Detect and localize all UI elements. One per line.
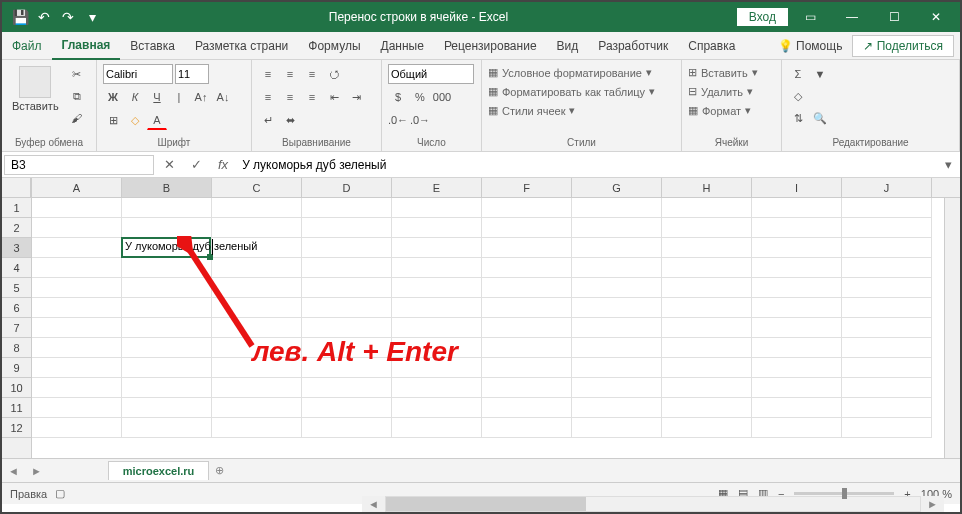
expand-formula-icon[interactable]: ▾ — [937, 157, 960, 172]
format-cells-button[interactable]: ▦ Формат ▾ — [688, 102, 758, 119]
row-header[interactable]: 12 — [2, 418, 31, 438]
tab-help[interactable]: Справка — [678, 33, 745, 59]
wrap-text-icon[interactable]: ↵ — [258, 110, 278, 130]
fx-icon[interactable]: fx — [210, 157, 236, 172]
grow-font-icon[interactable]: A↑ — [191, 87, 211, 107]
new-sheet-icon[interactable]: ⊕ — [209, 464, 230, 477]
conditional-formatting-button[interactable]: ▦ Условное форматирование ▾ — [488, 64, 655, 81]
col-header[interactable]: E — [392, 178, 482, 197]
cell-styles-button[interactable]: ▦ Стили ячеек ▾ — [488, 102, 655, 119]
row-header[interactable]: 10 — [2, 378, 31, 398]
qat-dropdown-icon[interactable]: ▾ — [84, 9, 100, 25]
redo-icon[interactable]: ↷ — [60, 9, 76, 25]
fill-color-icon[interactable]: ◇ — [125, 110, 145, 130]
indent-inc-icon[interactable]: ⇥ — [346, 87, 366, 107]
borders-icon[interactable]: ⊞ — [103, 110, 123, 130]
maximize-icon[interactable]: ☐ — [874, 2, 914, 32]
tab-nav-next-icon[interactable]: ► — [25, 465, 48, 477]
decimal-inc-icon[interactable]: .0← — [388, 110, 408, 130]
row-header[interactable]: 5 — [2, 278, 31, 298]
format-painter-icon[interactable]: 🖌 — [67, 108, 87, 128]
col-header[interactable]: J — [842, 178, 932, 197]
login-button[interactable]: Вход — [737, 8, 788, 26]
row-header[interactable]: 4 — [2, 258, 31, 278]
macro-record-icon[interactable]: ▢ — [55, 487, 65, 500]
insert-cells-button[interactable]: ⊞ Вставить ▾ — [688, 64, 758, 81]
name-box[interactable] — [4, 155, 154, 175]
align-top-icon[interactable]: ≡ — [258, 64, 278, 84]
orientation-icon[interactable]: ⭯ — [324, 64, 344, 84]
number-format-select[interactable] — [388, 64, 474, 84]
italic-button[interactable]: К — [125, 87, 145, 107]
tell-me[interactable]: 💡 Помощь — [768, 33, 853, 59]
decimal-dec-icon[interactable]: .0→ — [410, 110, 430, 130]
tab-file[interactable]: Файл — [2, 33, 52, 59]
paste-button[interactable]: Вставить — [8, 64, 63, 114]
vertical-scrollbar[interactable] — [944, 198, 960, 458]
cells-area[interactable]: У лукоморья дуб зеленый — [32, 198, 960, 438]
row-header[interactable]: 2 — [2, 218, 31, 238]
merge-icon[interactable]: ⬌ — [280, 110, 300, 130]
col-header[interactable]: C — [212, 178, 302, 197]
col-header[interactable]: D — [302, 178, 392, 197]
tab-formulas[interactable]: Формулы — [298, 33, 370, 59]
sheet-tab[interactable]: microexcel.ru — [108, 461, 210, 480]
indent-dec-icon[interactable]: ⇤ — [324, 87, 344, 107]
tab-nav-prev-icon[interactable]: ◄ — [2, 465, 25, 477]
sort-filter-icon[interactable]: ⇅ — [788, 108, 808, 128]
fill-icon[interactable]: ▼ — [810, 64, 830, 84]
minimize-icon[interactable]: — — [832, 2, 872, 32]
autosum-icon[interactable]: Σ — [788, 64, 808, 84]
row-header[interactable]: 7 — [2, 318, 31, 338]
tab-developer[interactable]: Разработчик — [588, 33, 678, 59]
currency-icon[interactable]: $ — [388, 87, 408, 107]
tab-home[interactable]: Главная — [52, 32, 121, 60]
font-color-icon[interactable]: A — [147, 110, 167, 130]
tab-review[interactable]: Рецензирование — [434, 33, 547, 59]
underline-button[interactable]: Ч — [147, 87, 167, 107]
delete-cells-button[interactable]: ⊟ Удалить ▾ — [688, 83, 758, 100]
col-header[interactable]: B — [122, 178, 212, 197]
align-middle-icon[interactable]: ≡ — [280, 64, 300, 84]
align-bottom-icon[interactable]: ≡ — [302, 64, 322, 84]
share-button[interactable]: ↗ Поделиться — [852, 35, 954, 57]
col-header[interactable]: A — [32, 178, 122, 197]
ribbon-options-icon[interactable]: ▭ — [790, 2, 830, 32]
hscroll-thumb[interactable] — [386, 497, 586, 511]
find-icon[interactable]: 🔍 — [810, 108, 830, 128]
col-header[interactable]: G — [572, 178, 662, 197]
row-header[interactable]: 1 — [2, 198, 31, 218]
cut-icon[interactable]: ✂ — [67, 64, 87, 84]
bold-button[interactable]: Ж — [103, 87, 123, 107]
row-header[interactable]: 9 — [2, 358, 31, 378]
font-size-select[interactable] — [175, 64, 209, 84]
row-header[interactable]: 3 — [2, 238, 31, 258]
undo-icon[interactable]: ↶ — [36, 9, 52, 25]
shrink-font-icon[interactable]: A↓ — [213, 87, 233, 107]
close-icon[interactable]: ✕ — [916, 2, 956, 32]
col-header[interactable]: F — [482, 178, 572, 197]
worksheet-grid[interactable]: 1 2 3 4 5 6 7 8 9 10 11 12 A B C D E F G… — [2, 178, 960, 458]
tab-layout[interactable]: Разметка страни — [185, 33, 298, 59]
thousands-icon[interactable]: 000 — [432, 87, 452, 107]
percent-icon[interactable]: % — [410, 87, 430, 107]
scroll-left-icon[interactable]: ◄ — [362, 498, 385, 510]
tab-data[interactable]: Данные — [371, 33, 434, 59]
col-header[interactable]: H — [662, 178, 752, 197]
align-center-icon[interactable]: ≡ — [280, 87, 300, 107]
row-header[interactable]: 8 — [2, 338, 31, 358]
zoom-slider[interactable] — [794, 492, 894, 495]
tab-view[interactable]: Вид — [547, 33, 589, 59]
copy-icon[interactable]: ⧉ — [67, 86, 87, 106]
scroll-right-icon[interactable]: ► — [921, 498, 944, 510]
clear-icon[interactable]: ◇ — [788, 86, 808, 106]
enter-icon[interactable]: ✓ — [183, 157, 210, 172]
formula-input[interactable] — [236, 156, 937, 174]
align-right-icon[interactable]: ≡ — [302, 87, 322, 107]
cancel-icon[interactable]: ✕ — [156, 157, 183, 172]
format-as-table-button[interactable]: ▦ Форматировать как таблицу ▾ — [488, 83, 655, 100]
save-icon[interactable]: 💾 — [12, 9, 28, 25]
font-name-select[interactable] — [103, 64, 173, 84]
row-header[interactable]: 11 — [2, 398, 31, 418]
col-header[interactable]: I — [752, 178, 842, 197]
